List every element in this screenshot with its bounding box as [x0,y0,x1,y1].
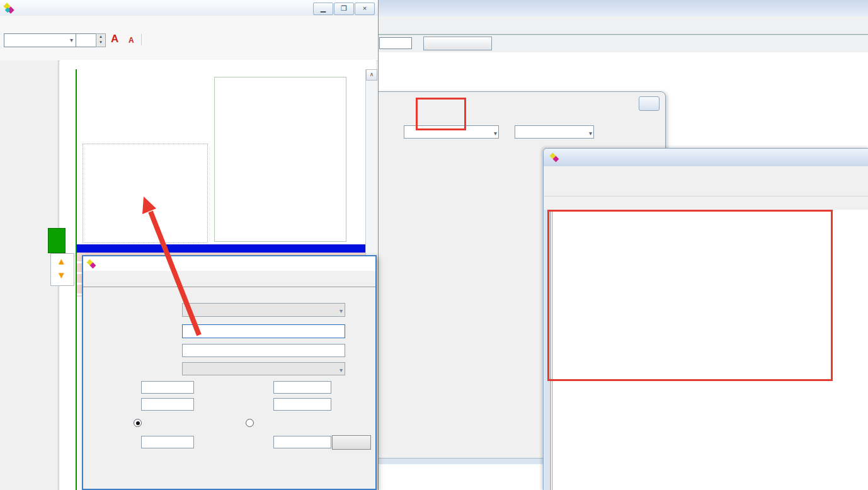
order-arrows-panel: ▲ ▼ [50,253,74,286]
chevron-down-icon: ▾ [589,128,592,139]
object-type-select[interactable]: ▾ [182,303,345,317]
height-input[interactable] [273,398,331,411]
font-color-input[interactable] [141,436,194,448]
photo-placeholder-box[interactable] [214,77,346,242]
chevron-down-icon: ▾ [70,34,73,46]
object-id-input[interactable] [182,324,345,338]
fill-color-input[interactable] [273,436,331,448]
designer-file-toolbar [0,16,378,31]
print-mode-select[interactable]: ▾ [182,362,345,375]
property-dialog: ▾ ▾ [82,255,377,490]
dialog-titlebar [83,256,375,271]
maximize-button[interactable]: ❐ [334,3,354,15]
print-content-input[interactable] [182,344,345,357]
unit-cm-radio[interactable] [246,419,254,427]
employee-search-input[interactable] [379,37,412,49]
close-button[interactable]: × [355,3,375,15]
chevron-down-icon: ▾ [340,305,343,317]
unit-pixel-radio[interactable] [134,419,142,427]
scroll-up-arrow[interactable]: ∧ [366,69,377,81]
close-icon[interactable] [360,258,373,269]
chevron-down-icon: ▾ [340,364,343,376]
divider [83,287,375,287]
increase-font-button[interactable]: A [111,33,118,45]
font-size-input[interactable] [76,33,98,47]
font-family-select[interactable]: ▾ [4,33,76,47]
script-toolbar [544,166,868,197]
horizontal-ruler [60,60,376,70]
main-toolbar-strip [377,16,868,34]
width-input[interactable] [141,398,194,411]
select-employee-search-button[interactable] [423,37,492,50]
font-size-stepper[interactable]: ▲▼ [96,33,106,47]
dept-select[interactable]: ▾ [515,125,594,139]
minimize-button[interactable]: ▁ [313,3,333,15]
app-icon [87,259,97,269]
x-input[interactable] [141,381,194,394]
main-window-titlebar [377,0,868,16]
app-icon [550,152,560,162]
script-window-titlebar [544,149,868,166]
annotation-box-badge-button [416,98,466,130]
color-swatch-green [48,228,66,253]
move-down-icon[interactable]: ▼ [57,270,66,280]
page-header-band[interactable] [77,244,365,253]
decrease-font-button[interactable]: A [128,36,134,45]
designer-font-toolbar: ▾ ▲▼ A A [0,31,378,49]
y-input[interactable] [273,381,331,394]
move-up-icon[interactable]: ▲ [57,256,66,266]
annotation-box-code [547,210,833,381]
app-icon [4,3,15,14]
divider [141,34,142,45]
close-button[interactable] [639,96,660,111]
qr-object-selection[interactable] [83,144,208,243]
transparent-bg-button[interactable] [332,435,371,450]
chevron-down-icon: ▾ [494,128,497,139]
